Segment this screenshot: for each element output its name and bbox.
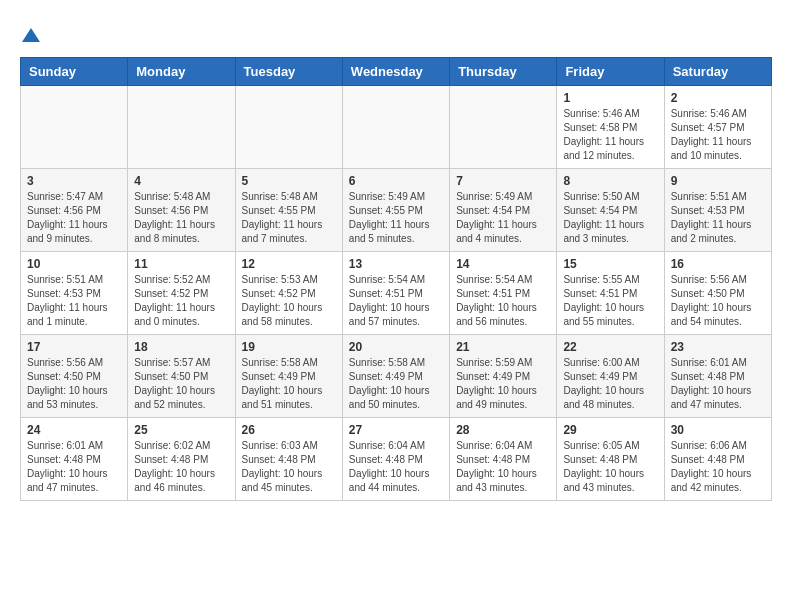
day-info: Sunrise: 5:57 AM Sunset: 4:50 PM Dayligh… [134, 356, 228, 412]
calendar-cell: 3Sunrise: 5:47 AM Sunset: 4:56 PM Daylig… [21, 168, 128, 251]
calendar-cell: 7Sunrise: 5:49 AM Sunset: 4:54 PM Daylig… [450, 168, 557, 251]
day-info: Sunrise: 5:51 AM Sunset: 4:53 PM Dayligh… [671, 190, 765, 246]
day-info: Sunrise: 5:49 AM Sunset: 4:54 PM Dayligh… [456, 190, 550, 246]
day-number: 29 [563, 423, 657, 437]
calendar-cell: 2Sunrise: 5:46 AM Sunset: 4:57 PM Daylig… [664, 85, 771, 168]
day-info: Sunrise: 5:51 AM Sunset: 4:53 PM Dayligh… [27, 273, 121, 329]
calendar-cell [128, 85, 235, 168]
day-number: 22 [563, 340, 657, 354]
calendar-cell: 20Sunrise: 5:58 AM Sunset: 4:49 PM Dayli… [342, 334, 449, 417]
day-number: 20 [349, 340, 443, 354]
day-info: Sunrise: 6:01 AM Sunset: 4:48 PM Dayligh… [671, 356, 765, 412]
calendar-cell: 1Sunrise: 5:46 AM Sunset: 4:58 PM Daylig… [557, 85, 664, 168]
calendar-cell: 26Sunrise: 6:03 AM Sunset: 4:48 PM Dayli… [235, 417, 342, 500]
day-number: 3 [27, 174, 121, 188]
day-info: Sunrise: 5:56 AM Sunset: 4:50 PM Dayligh… [671, 273, 765, 329]
calendar-cell: 19Sunrise: 5:58 AM Sunset: 4:49 PM Dayli… [235, 334, 342, 417]
calendar-cell: 11Sunrise: 5:52 AM Sunset: 4:52 PM Dayli… [128, 251, 235, 334]
calendar-cell: 15Sunrise: 5:55 AM Sunset: 4:51 PM Dayli… [557, 251, 664, 334]
day-number: 7 [456, 174, 550, 188]
day-number: 6 [349, 174, 443, 188]
weekday-header-thursday: Thursday [450, 57, 557, 85]
weekday-header-tuesday: Tuesday [235, 57, 342, 85]
day-info: Sunrise: 5:49 AM Sunset: 4:55 PM Dayligh… [349, 190, 443, 246]
day-info: Sunrise: 5:55 AM Sunset: 4:51 PM Dayligh… [563, 273, 657, 329]
day-info: Sunrise: 5:50 AM Sunset: 4:54 PM Dayligh… [563, 190, 657, 246]
calendar-cell: 18Sunrise: 5:57 AM Sunset: 4:50 PM Dayli… [128, 334, 235, 417]
day-number: 8 [563, 174, 657, 188]
calendar-cell: 6Sunrise: 5:49 AM Sunset: 4:55 PM Daylig… [342, 168, 449, 251]
day-number: 12 [242, 257, 336, 271]
calendar-cell [21, 85, 128, 168]
day-number: 9 [671, 174, 765, 188]
weekday-header-friday: Friday [557, 57, 664, 85]
day-number: 24 [27, 423, 121, 437]
calendar-cell: 27Sunrise: 6:04 AM Sunset: 4:48 PM Dayli… [342, 417, 449, 500]
calendar-week-row: 24Sunrise: 6:01 AM Sunset: 4:48 PM Dayli… [21, 417, 772, 500]
calendar-cell: 16Sunrise: 5:56 AM Sunset: 4:50 PM Dayli… [664, 251, 771, 334]
day-number: 5 [242, 174, 336, 188]
calendar-cell: 14Sunrise: 5:54 AM Sunset: 4:51 PM Dayli… [450, 251, 557, 334]
calendar-table: SundayMondayTuesdayWednesdayThursdayFrid… [20, 57, 772, 501]
day-info: Sunrise: 5:52 AM Sunset: 4:52 PM Dayligh… [134, 273, 228, 329]
day-info: Sunrise: 5:54 AM Sunset: 4:51 PM Dayligh… [349, 273, 443, 329]
calendar-cell: 17Sunrise: 5:56 AM Sunset: 4:50 PM Dayli… [21, 334, 128, 417]
calendar-cell: 23Sunrise: 6:01 AM Sunset: 4:48 PM Dayli… [664, 334, 771, 417]
day-info: Sunrise: 6:00 AM Sunset: 4:49 PM Dayligh… [563, 356, 657, 412]
weekday-header-monday: Monday [128, 57, 235, 85]
day-info: Sunrise: 5:46 AM Sunset: 4:58 PM Dayligh… [563, 107, 657, 163]
day-number: 17 [27, 340, 121, 354]
day-number: 25 [134, 423, 228, 437]
day-info: Sunrise: 6:04 AM Sunset: 4:48 PM Dayligh… [349, 439, 443, 495]
day-number: 23 [671, 340, 765, 354]
day-number: 15 [563, 257, 657, 271]
day-number: 28 [456, 423, 550, 437]
logo [20, 20, 40, 47]
calendar-cell: 30Sunrise: 6:06 AM Sunset: 4:48 PM Dayli… [664, 417, 771, 500]
day-number: 18 [134, 340, 228, 354]
day-info: Sunrise: 5:56 AM Sunset: 4:50 PM Dayligh… [27, 356, 121, 412]
logo-flag-icon [22, 22, 40, 47]
day-info: Sunrise: 6:03 AM Sunset: 4:48 PM Dayligh… [242, 439, 336, 495]
day-info: Sunrise: 5:48 AM Sunset: 4:56 PM Dayligh… [134, 190, 228, 246]
day-info: Sunrise: 6:06 AM Sunset: 4:48 PM Dayligh… [671, 439, 765, 495]
day-info: Sunrise: 6:05 AM Sunset: 4:48 PM Dayligh… [563, 439, 657, 495]
day-info: Sunrise: 5:54 AM Sunset: 4:51 PM Dayligh… [456, 273, 550, 329]
day-info: Sunrise: 5:59 AM Sunset: 4:49 PM Dayligh… [456, 356, 550, 412]
day-info: Sunrise: 6:01 AM Sunset: 4:48 PM Dayligh… [27, 439, 121, 495]
day-info: Sunrise: 5:46 AM Sunset: 4:57 PM Dayligh… [671, 107, 765, 163]
calendar-cell: 22Sunrise: 6:00 AM Sunset: 4:49 PM Dayli… [557, 334, 664, 417]
day-number: 26 [242, 423, 336, 437]
weekday-header-row: SundayMondayTuesdayWednesdayThursdayFrid… [21, 57, 772, 85]
calendar-cell [450, 85, 557, 168]
day-number: 19 [242, 340, 336, 354]
day-info: Sunrise: 5:47 AM Sunset: 4:56 PM Dayligh… [27, 190, 121, 246]
calendar-cell: 13Sunrise: 5:54 AM Sunset: 4:51 PM Dayli… [342, 251, 449, 334]
weekday-header-wednesday: Wednesday [342, 57, 449, 85]
calendar-cell [342, 85, 449, 168]
calendar-week-row: 10Sunrise: 5:51 AM Sunset: 4:53 PM Dayli… [21, 251, 772, 334]
day-info: Sunrise: 5:58 AM Sunset: 4:49 PM Dayligh… [242, 356, 336, 412]
day-number: 21 [456, 340, 550, 354]
calendar-cell: 29Sunrise: 6:05 AM Sunset: 4:48 PM Dayli… [557, 417, 664, 500]
day-number: 16 [671, 257, 765, 271]
day-number: 2 [671, 91, 765, 105]
calendar-week-row: 1Sunrise: 5:46 AM Sunset: 4:58 PM Daylig… [21, 85, 772, 168]
calendar-cell: 24Sunrise: 6:01 AM Sunset: 4:48 PM Dayli… [21, 417, 128, 500]
day-number: 4 [134, 174, 228, 188]
calendar-cell: 21Sunrise: 5:59 AM Sunset: 4:49 PM Dayli… [450, 334, 557, 417]
svg-marker-0 [22, 28, 40, 42]
day-info: Sunrise: 5:48 AM Sunset: 4:55 PM Dayligh… [242, 190, 336, 246]
calendar-cell: 5Sunrise: 5:48 AM Sunset: 4:55 PM Daylig… [235, 168, 342, 251]
calendar-week-row: 3Sunrise: 5:47 AM Sunset: 4:56 PM Daylig… [21, 168, 772, 251]
calendar-cell: 28Sunrise: 6:04 AM Sunset: 4:48 PM Dayli… [450, 417, 557, 500]
calendar-week-row: 17Sunrise: 5:56 AM Sunset: 4:50 PM Dayli… [21, 334, 772, 417]
calendar-cell: 8Sunrise: 5:50 AM Sunset: 4:54 PM Daylig… [557, 168, 664, 251]
day-number: 14 [456, 257, 550, 271]
day-number: 13 [349, 257, 443, 271]
calendar-cell: 12Sunrise: 5:53 AM Sunset: 4:52 PM Dayli… [235, 251, 342, 334]
day-number: 30 [671, 423, 765, 437]
calendar-cell: 4Sunrise: 5:48 AM Sunset: 4:56 PM Daylig… [128, 168, 235, 251]
day-info: Sunrise: 5:53 AM Sunset: 4:52 PM Dayligh… [242, 273, 336, 329]
calendar-cell: 9Sunrise: 5:51 AM Sunset: 4:53 PM Daylig… [664, 168, 771, 251]
